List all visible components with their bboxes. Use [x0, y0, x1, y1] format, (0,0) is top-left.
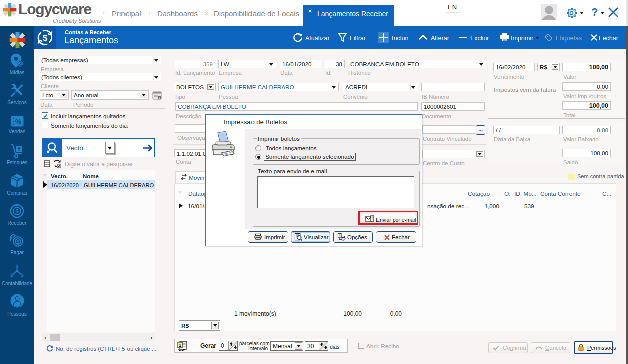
svg-text:$: $ [15, 208, 18, 214]
svg-text:$: $ [10, 272, 13, 278]
svg-text:1: 1 [179, 343, 181, 348]
svg-text:$: $ [43, 33, 48, 43]
svg-text:$: $ [21, 272, 24, 278]
svg-text:$: $ [16, 264, 19, 269]
svg-text:%: % [15, 118, 22, 126]
svg-text:$: $ [17, 239, 20, 245]
